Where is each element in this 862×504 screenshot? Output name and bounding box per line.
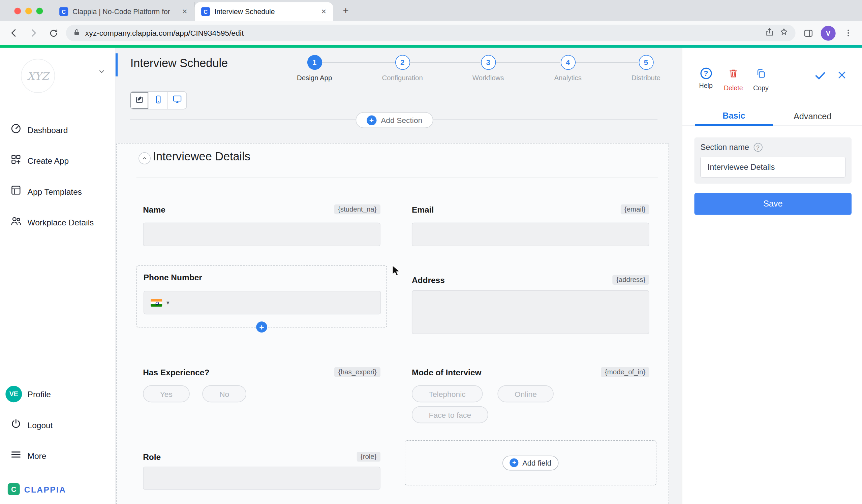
section-name-label: Section name (700, 143, 749, 151)
sidebar-item-logout[interactable]: Logout (0, 415, 116, 435)
window-minimize-button[interactable] (25, 8, 32, 14)
sidebar-item-label: Create App (28, 156, 69, 165)
sidebar-item-label: Profile (28, 389, 51, 399)
new-tab-button[interactable]: + (338, 3, 354, 19)
address-field-variable-badge: {address} (613, 275, 649, 285)
browser-menu-icon[interactable] (841, 26, 855, 40)
reload-icon[interactable] (46, 26, 60, 40)
section-name-input[interactable] (700, 157, 846, 177)
sidebar-item-profile[interactable]: VE Profile (0, 384, 116, 404)
help-button[interactable]: ? Help (694, 68, 717, 92)
step-label: Workflows (449, 74, 526, 82)
section-name-header: Section name ? (700, 143, 846, 151)
mobile-preview-button[interactable] (149, 92, 168, 109)
app-builder-canvas: Interview Schedule 1 Design App 2 Config… (116, 48, 682, 504)
hamburger-icon (10, 448, 22, 463)
power-icon (10, 418, 22, 432)
country-select-caret-icon[interactable]: ▼ (166, 300, 170, 305)
sidebar-item-app-templates[interactable]: App Templates (0, 181, 116, 201)
step-number: 3 (481, 55, 496, 70)
create-app-icon (10, 153, 22, 168)
phone-field-label: Phone Number (144, 273, 202, 282)
sidebar-item-workplace-details[interactable]: Workplace Details (0, 212, 116, 232)
tab-close-icon[interactable]: ✕ (320, 8, 328, 15)
profile-avatar: VE (5, 386, 22, 402)
collapse-section-button[interactable] (139, 152, 151, 164)
address-bar[interactable]: xyz-company.clappia.com/app/CIN934595/ed… (66, 25, 796, 41)
question-help-icon[interactable]: ? (754, 143, 762, 151)
inspector-toolbar: ? Help Delete Copy (694, 68, 772, 92)
add-field-button[interactable]: + Add field (502, 455, 558, 470)
step-design-app[interactable]: 1 Design App (276, 55, 353, 82)
experience-option-no[interactable]: No (202, 385, 246, 402)
window-controls (14, 8, 43, 14)
save-button[interactable]: Save (694, 193, 851, 215)
chevron-down-icon[interactable] (98, 68, 105, 78)
window-close-button[interactable] (14, 8, 21, 14)
sidebar-item-more[interactable]: More (0, 446, 116, 466)
step-distribute[interactable]: 5 Distribute (608, 55, 682, 82)
sidebar-item-dashboard[interactable]: Dashboard (0, 120, 116, 140)
clappia-logo-icon: C (8, 483, 20, 495)
browser-tab-clappia[interactable]: C Clappia | No-Code Platform for ✕ (53, 2, 195, 21)
tab-advanced[interactable]: Advanced (780, 107, 846, 126)
delete-section-button[interactable]: Delete (722, 68, 745, 92)
tab-close-icon[interactable]: ✕ (181, 8, 189, 15)
name-field-label: Name (143, 205, 166, 214)
email-input[interactable] (412, 223, 649, 246)
sidebar-item-label: App Templates (28, 187, 82, 196)
address-textarea[interactable] (412, 290, 649, 334)
name-input[interactable] (143, 223, 380, 246)
title-accent-bar (116, 53, 118, 77)
back-icon[interactable] (7, 26, 21, 40)
phone-input[interactable]: ▼ (144, 291, 381, 314)
browser-tab-interview-schedule[interactable]: C Interview Schedule ✕ (195, 2, 333, 21)
trash-icon (728, 68, 739, 81)
close-icon[interactable] (836, 69, 848, 83)
experience-option-yes[interactable]: Yes (143, 385, 190, 402)
step-label: Analytics (530, 74, 606, 82)
step-workflows[interactable]: 3 Workflows (449, 55, 526, 82)
screen: C Clappia | No-Code Platform for ✕ C Int… (0, 0, 862, 504)
mode-option-face-to-face[interactable]: Face to face (412, 406, 488, 424)
tab-title: Interview Schedule (214, 8, 315, 15)
sidebar-item-create-app[interactable]: Create App (0, 150, 116, 171)
workspace-logo[interactable]: XYZ (21, 59, 55, 93)
edit-mode-button[interactable] (130, 92, 149, 109)
india-flag-icon (151, 299, 162, 307)
bookmark-star-icon[interactable] (779, 27, 789, 39)
desktop-preview-button[interactable] (168, 92, 186, 109)
share-icon[interactable] (765, 27, 774, 39)
role-input[interactable] (143, 467, 380, 490)
confirm-check-icon[interactable] (813, 69, 827, 84)
sidebar-item-label: Workplace Details (28, 217, 94, 227)
copy-section-button[interactable]: Copy (749, 68, 773, 92)
smartphone-icon (153, 94, 163, 106)
add-field-below-button[interactable]: + (256, 321, 267, 332)
experience-field-header: Has Experience? {has_experi} (143, 366, 380, 379)
device-preview-toggle (130, 91, 187, 109)
mode-field-header: Mode of Interview {mode_of_in} (412, 366, 649, 379)
browser-profile-avatar[interactable]: V (821, 26, 836, 40)
role-field-variable-badge: {role} (356, 452, 380, 462)
phone-field-selected[interactable]: Phone Number ▼ + (136, 265, 387, 328)
section-card[interactable]: Interviewee Details Name {student_na} Em… (116, 143, 669, 504)
email-field-label: Email (412, 205, 434, 214)
window-zoom-button[interactable] (36, 8, 43, 14)
step-number: 1 (307, 55, 322, 70)
step-configuration[interactable]: 2 Configuration (364, 55, 441, 82)
forward-icon[interactable] (26, 26, 40, 40)
step-analytics[interactable]: 4 Analytics (530, 55, 606, 82)
mode-option-telephonic[interactable]: Telephonic (412, 385, 483, 402)
clappia-favicon: C (201, 7, 210, 16)
tab-title: Clappia | No-Code Platform for (73, 8, 176, 15)
delete-label: Delete (724, 84, 743, 92)
add-section-button[interactable]: + Add Section (356, 112, 433, 128)
app-title: Interview Schedule (130, 57, 228, 70)
mode-option-online[interactable]: Online (497, 385, 554, 402)
app-templates-icon (10, 184, 22, 198)
tab-basic[interactable]: Basic (695, 107, 773, 126)
side-panel-icon[interactable] (801, 26, 815, 40)
sidebar-item-label: More (28, 451, 47, 461)
role-field-header: Role {role} (143, 450, 380, 463)
